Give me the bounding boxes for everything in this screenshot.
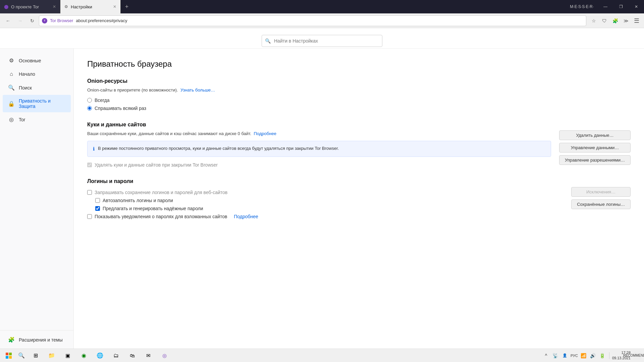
sidebar-label-tor: Tor — [19, 117, 25, 122]
main-layout: ⚙ Основные ⌂ Начало 🔍 Поиск 🔒 Приватност… — [0, 49, 644, 362]
taskbar-search-icon[interactable]: 🔍 — [16, 350, 27, 361]
logins-ask-save-checkbox[interactable]: Запрашивать сохранение логинов и паролей… — [87, 190, 563, 195]
bookmark-button[interactable]: ☆ — [589, 16, 598, 25]
search-icon: 🔍 — [265, 38, 271, 44]
tray-wifi-icon[interactable]: 📶 — [580, 352, 588, 360]
window-title: M·E·S·S·E·R· — [566, 0, 598, 13]
logins-layout: Запрашивать сохранение логинов и паролей… — [87, 187, 631, 219]
sidebar-item-basic[interactable]: ⚙ Основные — [3, 54, 71, 67]
logins-notify-input[interactable] — [87, 214, 92, 219]
onion-desc: Onion-сайты в приоритете (по возможности… — [87, 87, 631, 94]
tab-about-tor[interactable]: ⬤ О проекте Tor ✕ — [0, 0, 60, 13]
cookies-buttons: Удалить данные… Управление данными… Упра… — [559, 130, 631, 168]
logins-suggest-input[interactable] — [95, 206, 100, 211]
nav-icons: ☆ 🛡 🧩 ≫ ☰ — [589, 16, 641, 25]
logins-buttons: Исключения… Сохранённые логины… — [571, 187, 631, 219]
page-title: Приватность браузера — [87, 59, 631, 69]
sidebar-item-home[interactable]: ⌂ Начало — [3, 68, 71, 80]
logins-section: Логины и пароли Запрашивать сохранение л… — [87, 178, 631, 219]
tab-about-tor-label: О проекте Tor — [11, 4, 39, 9]
manage-permissions-button[interactable]: Управление разрешениями… — [559, 155, 631, 165]
forward-button[interactable]: → — [15, 15, 25, 26]
logins-learn-more-link[interactable]: Подробнее — [234, 214, 258, 219]
new-tab-button[interactable]: + — [121, 0, 133, 13]
extension-button[interactable]: 🧩 — [610, 16, 620, 25]
info-icon: ℹ — [93, 145, 95, 153]
cookies-title: Куки и данные сайтов — [87, 122, 631, 128]
window-controls: — ❐ ✕ — [598, 0, 644, 13]
taskbar-tray: ^ 📡 👤 РУС 📶 🔊 🔋 17:28 09.13.2021 RECOMME… — [542, 350, 641, 361]
sidebar-item-extensions[interactable]: 🧩 Расширения и темы — [3, 333, 71, 346]
address-bar[interactable]: T Tor Browser about:preferences#privacy — [39, 15, 586, 26]
more-button[interactable]: ≫ — [621, 16, 631, 25]
title-bar: ⬤ О проекте Tor ✕ ⚙ Настройки ✕ + M·E·S·… — [0, 0, 644, 13]
radio-ask[interactable]: Спрашивать всякий раз — [87, 106, 631, 111]
svg-rect-2 — [6, 356, 8, 359]
reload-button[interactable]: ↻ — [27, 15, 38, 26]
cookies-learn-more-link[interactable]: Подробнее — [254, 131, 276, 136]
radio-ask-input[interactable] — [87, 106, 92, 111]
radio-always[interactable]: Всегда — [87, 98, 631, 103]
back-button[interactable]: ← — [3, 15, 13, 26]
saved-logins-button[interactable]: Сохранённые логины… — [571, 199, 631, 209]
cookies-desc: Ваши сохранённые куки, данные сайтов и к… — [87, 130, 551, 137]
taskbar-files-button[interactable]: 📁 — [44, 350, 59, 362]
sidebar-spacer — [0, 127, 73, 329]
tray-lang-icon[interactable]: РУС — [570, 352, 578, 360]
onion-learn-more-link[interactable]: Узнать больше… — [180, 87, 215, 93]
tray-sound-icon[interactable]: 🔊 — [589, 352, 597, 360]
taskbar-green-button[interactable]: ◉ — [76, 350, 91, 362]
menu-button[interactable]: ☰ — [632, 16, 641, 25]
sidebar-item-privacy[interactable]: 🔒 Приватность и Защита — [3, 95, 71, 112]
logins-left: Запрашивать сохранение логинов и паролей… — [87, 187, 563, 219]
logins-autofill-checkbox[interactable]: Автозаполнять логины и пароли — [87, 198, 563, 203]
sidebar-item-tor[interactable]: ◎ Tor — [3, 113, 71, 126]
tray-divider — [609, 352, 609, 359]
tray-recommend-icon[interactable]: RECOMMEND.RU — [633, 352, 641, 360]
cookies-delete-checkbox[interactable]: Удалять куки и данные сайтов при закрыти… — [87, 162, 551, 168]
svg-rect-3 — [9, 356, 12, 359]
logins-ask-save-input[interactable] — [87, 190, 92, 195]
taskbar-store-button[interactable]: 🛍 — [125, 350, 140, 362]
taskbar-edge-button[interactable]: 🌐 — [93, 350, 107, 362]
taskbar-tor-button[interactable]: ◎ — [157, 350, 172, 362]
sidebar-item-search[interactable]: 🔍 Поиск — [3, 81, 71, 94]
tor-browser-label: Tor Browser — [50, 18, 73, 23]
exceptions-button[interactable]: Исключения… — [571, 187, 631, 197]
tray-people-icon[interactable]: 👤 — [561, 352, 569, 360]
taskbar-widget2-button[interactable]: ▣ — [60, 350, 75, 362]
tab-about-tor-close[interactable]: ✕ — [53, 4, 56, 9]
minimize-button[interactable]: — — [598, 0, 613, 13]
shield-button[interactable]: 🛡 — [600, 16, 609, 25]
nav-bar: ← → ↻ T Tor Browser about:preferences#pr… — [0, 13, 644, 28]
start-button[interactable] — [3, 350, 15, 362]
sidebar: ⚙ Основные ⌂ Начало 🔍 Поиск 🔒 Приватност… — [0, 49, 74, 362]
tray-network-icon[interactable]: 📡 — [551, 352, 559, 360]
onion-section: Onion-ресурсы Onion-сайты в приоритете (… — [87, 78, 631, 111]
search-nav-icon: 🔍 — [8, 84, 15, 91]
extensions-icon: 🧩 — [8, 337, 15, 343]
logins-title: Логины и пароли — [87, 178, 631, 184]
tab-settings-close[interactable]: ✕ — [113, 4, 116, 9]
close-button[interactable]: ✕ — [629, 0, 644, 13]
manage-data-button[interactable]: Управление данными… — [559, 143, 631, 153]
logins-suggest-checkbox[interactable]: Предлагать и генерировать надёжные парол… — [87, 206, 563, 211]
content-area: Приватность браузера Onion-ресурсы Onion… — [74, 49, 644, 362]
tor-logo-icon: T — [42, 18, 47, 23]
cookies-delete-input[interactable] — [87, 163, 92, 167]
cookies-left: Ваши сохранённые куки, данные сайтов и к… — [87, 130, 551, 168]
tab-settings-icon: ⚙ — [64, 4, 68, 9]
tray-battery-icon[interactable]: 🔋 — [598, 352, 606, 360]
taskbar-folder-button[interactable]: 🗂 — [109, 350, 123, 362]
tab-settings[interactable]: ⚙ Настройки ✕ — [60, 0, 121, 13]
taskbar-mail-button[interactable]: ✉ — [141, 350, 156, 362]
gear-icon: ⚙ — [8, 57, 15, 64]
radio-always-input[interactable] — [87, 98, 92, 103]
taskbar-widget-button[interactable]: ⊞ — [28, 350, 43, 362]
delete-data-button[interactable]: Удалить данные… — [559, 130, 631, 140]
tray-chevron-icon[interactable]: ^ — [542, 352, 550, 360]
search-input[interactable] — [262, 35, 382, 47]
logins-notify-checkbox[interactable]: Показывать уведомления о паролях для взл… — [87, 214, 563, 219]
maximize-button[interactable]: ❐ — [613, 0, 629, 13]
logins-autofill-input[interactable] — [95, 198, 100, 203]
